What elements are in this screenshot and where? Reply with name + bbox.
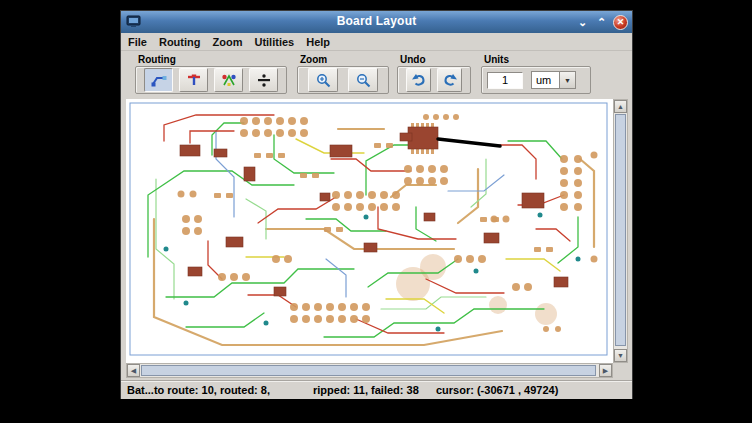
maximize-button[interactable]: ⌃ bbox=[594, 15, 609, 30]
zoom-in-icon bbox=[316, 73, 331, 88]
route-stats-text: Bat...to route: 10, routed: 8, bbox=[127, 384, 270, 396]
highlighted-chip bbox=[408, 127, 438, 149]
route-tool-button[interactable] bbox=[144, 68, 173, 92]
rip-stats-text: ripped: 11, failed: 38 bbox=[313, 384, 419, 396]
scroll-right-button[interactable]: ▶ bbox=[599, 364, 612, 377]
cursor-position-text: cursor: (-30671 , 49724) bbox=[436, 384, 558, 396]
minimize-button[interactable]: ⌄ bbox=[575, 15, 590, 30]
net-tool-icon bbox=[221, 73, 237, 87]
titlebar[interactable]: Board Layout ⌄ ⌃ ✕ bbox=[121, 11, 632, 33]
zoom-in-region-button[interactable] bbox=[308, 68, 338, 92]
via-tool-button[interactable] bbox=[249, 68, 278, 92]
net-tool-button[interactable] bbox=[214, 68, 243, 92]
menu-file[interactable]: File bbox=[128, 35, 155, 49]
units-value-input[interactable] bbox=[487, 72, 523, 89]
window-title: Board Layout bbox=[121, 14, 632, 28]
toolbar: Routing bbox=[121, 51, 632, 99]
chevron-down-icon[interactable]: ▼ bbox=[559, 71, 576, 89]
menu-routing[interactable]: Routing bbox=[159, 35, 209, 49]
horizontal-scroll-thumb[interactable] bbox=[141, 365, 596, 376]
redo-button[interactable] bbox=[437, 68, 462, 92]
undo-group: Undo bbox=[397, 53, 471, 94]
undo-icon bbox=[411, 73, 427, 87]
scrollbar-corner bbox=[613, 363, 628, 378]
delete-route-tool-icon bbox=[186, 73, 202, 87]
menubar: File Routing Zoom Utilities Help bbox=[121, 33, 632, 51]
route-tool-icon bbox=[151, 73, 167, 87]
units-group: Units um ▼ bbox=[481, 53, 591, 94]
redo-icon bbox=[442, 73, 458, 87]
zoom-out-icon bbox=[356, 73, 371, 88]
routing-group-label: Routing bbox=[135, 53, 287, 66]
close-button[interactable]: ✕ bbox=[613, 15, 628, 30]
board-canvas[interactable] bbox=[126, 99, 613, 363]
vertical-scroll-thumb[interactable] bbox=[615, 114, 626, 346]
menu-help[interactable]: Help bbox=[306, 35, 338, 49]
zoom-group-label: Zoom bbox=[297, 53, 389, 66]
zoom-group: Zoom bbox=[297, 53, 389, 94]
via-tool-icon bbox=[256, 73, 272, 87]
menu-utilities[interactable]: Utilities bbox=[254, 35, 302, 49]
board-layout-window: Board Layout ⌄ ⌃ ✕ File Routing Zoom Uti… bbox=[120, 10, 633, 399]
scroll-left-button[interactable]: ◀ bbox=[127, 364, 140, 377]
undo-button[interactable] bbox=[406, 68, 431, 92]
units-dropdown[interactable]: um ▼ bbox=[531, 71, 576, 89]
horizontal-scrollbar[interactable]: ◀ ▶ bbox=[126, 363, 613, 378]
units-dropdown-value: um bbox=[531, 71, 559, 89]
vertical-scrollbar[interactable]: ▲ ▼ bbox=[613, 99, 628, 363]
units-group-label: Units bbox=[481, 53, 591, 66]
undo-group-label: Undo bbox=[397, 53, 471, 66]
menu-zoom[interactable]: Zoom bbox=[213, 35, 251, 49]
statusbar: Bat...to route: 10, routed: 8, ripped: 1… bbox=[121, 380, 632, 399]
delete-route-tool-button[interactable] bbox=[179, 68, 208, 92]
pcb-artwork bbox=[126, 99, 613, 363]
scroll-down-button[interactable]: ▼ bbox=[614, 349, 627, 362]
scroll-up-button[interactable]: ▲ bbox=[614, 100, 627, 113]
zoom-out-button[interactable] bbox=[348, 68, 378, 92]
routing-group: Routing bbox=[135, 53, 287, 94]
